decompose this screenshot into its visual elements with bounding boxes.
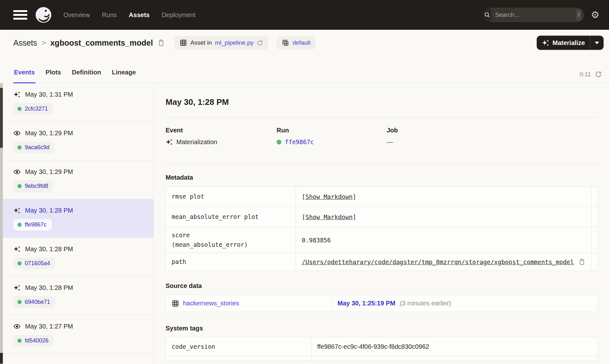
table-row: score (mean_absolute_error) 0.983856 bbox=[166, 227, 598, 253]
asset-group-link[interactable]: default bbox=[292, 39, 311, 46]
chevron-down-icon bbox=[595, 42, 599, 44]
event-run-job-summary: Event Materialization Run ffe9867c bbox=[166, 127, 598, 146]
primary-nav: Overview Runs Assets Deployment bbox=[63, 11, 195, 19]
observation-eye-icon bbox=[13, 323, 21, 330]
global-search[interactable]: / bbox=[483, 8, 584, 22]
metadata-key: mean_absolute_error plot bbox=[166, 207, 296, 227]
materialize-button[interactable]: Materialize bbox=[537, 36, 590, 50]
list-item[interactable]: May 30, 1:31 PM 2cfc3271 bbox=[0, 83, 154, 122]
metadata-key: score (mean_absolute_error) bbox=[166, 227, 296, 253]
list-item-selected[interactable]: May 30, 1:28 PM ffe9867c bbox=[0, 199, 154, 238]
run-id-link[interactable]: ffe9867c bbox=[25, 221, 47, 228]
tab-lineage[interactable]: Lineage bbox=[111, 69, 137, 83]
breadcrumb-assets-link[interactable]: Assets bbox=[13, 38, 37, 48]
nav-overview[interactable]: Overview bbox=[63, 11, 90, 19]
run-id-link[interactable]: ffe9867c bbox=[285, 138, 314, 145]
tab-definition[interactable]: Definition bbox=[71, 69, 102, 83]
list-item[interactable]: May 30, 1:28 PM 071605a4 bbox=[0, 238, 154, 277]
nav-runs[interactable]: Runs bbox=[102, 11, 117, 19]
source-timestamp-link[interactable]: May 30, 1:25:19 PM bbox=[337, 300, 395, 307]
job-column: Job — bbox=[387, 127, 598, 146]
metadata-value: /Users/odetteharary/code/dagster/tmp_0mz… bbox=[296, 253, 592, 271]
run-pill[interactable]: 9ebc9fd8 bbox=[13, 180, 53, 192]
event-detail-panel: May 30, 1:28 PM Event Materialization Ru… bbox=[154, 83, 609, 364]
event-timestamp: May 30, 1:28 PM bbox=[25, 284, 73, 291]
table-row bbox=[166, 356, 598, 361]
tab-events[interactable]: Events bbox=[13, 69, 36, 83]
event-timestamp: May 30, 1:27 PM bbox=[25, 323, 73, 330]
run-id-link[interactable]: 071605a4 bbox=[25, 260, 50, 267]
materialization-sparkle-icon bbox=[13, 91, 21, 98]
asset-tabs-bar: Events Plots Definition Lineage 0:11 bbox=[0, 56, 609, 83]
metadata-key: path bbox=[166, 253, 296, 271]
source-data-table: hackernews_stories May 30, 1:25:19 PM (3… bbox=[166, 295, 598, 312]
run-pill[interactable]: 071605a4 bbox=[13, 258, 55, 269]
list-item[interactable]: May 30, 1:29 PM 9aca6c9d bbox=[0, 122, 154, 161]
code-location-badge: Asset in ml_pipeline.py bbox=[174, 36, 268, 49]
event-timestamp: May 30, 1:29 PM bbox=[25, 130, 73, 137]
run-status-dot bbox=[17, 223, 22, 227]
asset-badges: Asset in ml_pipeline.py default bbox=[174, 36, 316, 49]
observation-eye-icon bbox=[13, 168, 21, 176]
search-input[interactable] bbox=[491, 11, 576, 18]
run-pill[interactable]: fd540026 bbox=[13, 335, 54, 347]
job-label: Job bbox=[387, 127, 598, 134]
tag-key: code_version bbox=[166, 337, 311, 356]
nav-assets[interactable]: Assets bbox=[129, 11, 150, 19]
list-item[interactable]: May 30, 1:29 PM 9ebc9fd8 bbox=[0, 161, 154, 199]
run-id-link[interactable]: 2cfc3271 bbox=[25, 105, 48, 112]
tab-plots[interactable]: Plots bbox=[45, 69, 62, 83]
run-id-link[interactable]: 9ebc9fd8 bbox=[25, 183, 48, 189]
dagster-logo-icon[interactable] bbox=[35, 6, 52, 23]
reload-location-icon[interactable] bbox=[257, 40, 263, 46]
nav-deployment[interactable]: Deployment bbox=[162, 11, 196, 19]
run-status-dot bbox=[17, 261, 22, 265]
sidebar-scrollbar[interactable] bbox=[0, 83, 3, 364]
event-list: May 30, 1:31 PM 2cfc3271 May 30, 1:29 PM… bbox=[0, 83, 154, 364]
event-timestamp: May 30, 1:29 PM bbox=[25, 168, 73, 176]
table-row: rmse plot [Show Markdown] bbox=[166, 187, 598, 207]
top-navigation-bar: Overview Runs Assets Deployment / ⚙ bbox=[0, 0, 609, 30]
code-location-prefix: Asset in bbox=[190, 39, 212, 46]
run-pill[interactable]: 2cfc3271 bbox=[13, 103, 53, 115]
run-id-link[interactable]: fd540026 bbox=[25, 337, 49, 344]
settings-gear-icon[interactable]: ⚙ bbox=[591, 10, 599, 20]
scrollbar-thumb[interactable] bbox=[0, 88, 3, 148]
materialize-dropdown-button[interactable] bbox=[590, 36, 604, 50]
job-value: — bbox=[387, 138, 393, 146]
refresh-icon[interactable] bbox=[595, 71, 602, 78]
event-column: Event Materialization bbox=[166, 127, 277, 146]
tag-value: ffe9867c-ec9c-4f06-939c-f8dc830c0962 bbox=[311, 337, 598, 356]
show-markdown-link[interactable]: Show Markdown bbox=[305, 214, 353, 220]
materialization-sparkle-icon bbox=[166, 138, 173, 146]
copy-path-icon[interactable] bbox=[578, 258, 586, 265]
run-id-link[interactable]: 9aca6c9d bbox=[25, 144, 49, 151]
materialization-sparkle-icon bbox=[13, 246, 21, 253]
list-item[interactable]: May 30, 1:28 PM 6940be71 bbox=[0, 277, 154, 315]
run-id-link[interactable]: 6940be71 bbox=[25, 299, 50, 305]
metadata-value: [Show Markdown] bbox=[296, 187, 592, 207]
run-pill[interactable]: ffe9867c bbox=[13, 219, 52, 231]
path-link[interactable]: /Users/odetteharary/code/dagster/tmp_0mz… bbox=[302, 259, 574, 265]
copy-asset-name-icon[interactable] bbox=[157, 39, 165, 47]
run-label: Run bbox=[277, 127, 387, 134]
asset-group-badge: default bbox=[277, 36, 316, 49]
materialize-button-group: Materialize bbox=[537, 36, 604, 50]
event-timestamp: May 30, 1:28 PM bbox=[25, 207, 73, 214]
run-pill[interactable]: 6940be71 bbox=[13, 296, 55, 308]
event-timestamp: May 30, 1:31 PM bbox=[25, 91, 73, 98]
table-row: mean_absolute_error plot [Show Markdown] bbox=[166, 207, 598, 227]
observation-eye-icon bbox=[13, 130, 21, 137]
list-item[interactable]: May 30, 1:27 PM fd540026 bbox=[0, 315, 154, 354]
show-markdown-link[interactable]: Show Markdown bbox=[305, 193, 353, 200]
asset-header-row: Assets > xgboost_comments_model Asset in… bbox=[0, 30, 609, 56]
table-row: hackernews_stories May 30, 1:25:19 PM (3… bbox=[166, 295, 598, 312]
menu-icon[interactable] bbox=[13, 10, 27, 20]
breadcrumb: Assets > xgboost_comments_model bbox=[13, 38, 165, 48]
source-asset-link[interactable]: hackernews_stories bbox=[183, 300, 239, 307]
source-relative-time: (3 minutes earlier) bbox=[400, 300, 451, 307]
code-location-link[interactable]: ml_pipeline.py bbox=[215, 39, 253, 46]
event-label: Event bbox=[166, 127, 277, 134]
table-row: code_version ffe9867c-ec9c-4f06-939c-f8d… bbox=[166, 337, 598, 356]
run-pill[interactable]: 9aca6c9d bbox=[13, 142, 55, 153]
